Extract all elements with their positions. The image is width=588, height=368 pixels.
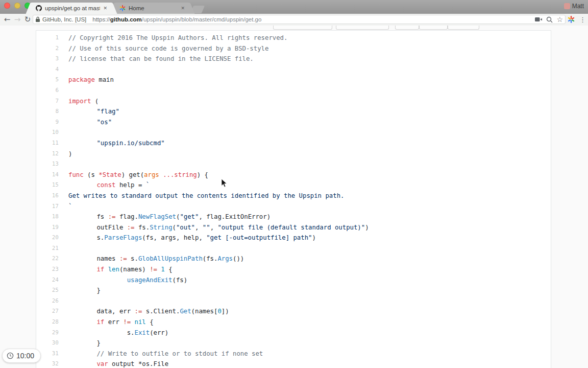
code-line: 16Get writes to standard output the cont… — [36, 191, 551, 201]
line-number[interactable]: 17 — [36, 201, 59, 212]
tab-upspin-get-go[interactable]: upspin/get.go at master · upsp ✕ — [32, 3, 111, 14]
tab-close-icon[interactable]: ✕ — [103, 6, 107, 11]
line-number[interactable]: 5 — [36, 75, 59, 85]
code-text: } — [68, 339, 101, 347]
code-line: 3// license that can be found in the LIC… — [36, 54, 551, 64]
address-bar[interactable]: GitHub, Inc. [US] https://github.com/ups… — [33, 15, 566, 24]
url-scheme: https:// — [92, 16, 110, 22]
code-line: 6 — [36, 85, 551, 96]
profile-badge[interactable]: Matt — [564, 3, 584, 10]
line-number[interactable]: 3 — [36, 54, 59, 64]
code-text: data, err := s.Client.Get(names[0]) — [68, 308, 229, 315]
toolbar-button-remnant[interactable] — [395, 26, 419, 30]
recording-timer-badge: 10:00 — [2, 349, 41, 363]
code-line: 11 "upspin.io/subcmd" — [36, 138, 551, 149]
code-line: 24 usageAndExit(fs) — [36, 275, 551, 286]
zoom-icon[interactable] — [546, 16, 553, 23]
code-text: fs := flag.NewFlagSet("get", flag.ExitOn… — [68, 213, 271, 220]
code-line: 5package main — [36, 75, 551, 85]
line-number[interactable]: 19 — [36, 222, 59, 233]
code-text: s.Exit(err) — [68, 329, 168, 336]
line-number[interactable]: 14 — [36, 170, 59, 180]
tab-title: Home — [129, 5, 178, 11]
code-line: 18 fs := flag.NewFlagSet("get", flag.Exi… — [36, 212, 551, 222]
extension-pinwheel-icon[interactable] — [568, 16, 575, 23]
code-line: 10 — [36, 127, 551, 138]
code-text: } — [68, 287, 101, 294]
url-domain: github.com — [110, 16, 142, 22]
browser-menu-icon[interactable]: ⋮ — [579, 16, 586, 24]
line-number[interactable]: 25 — [36, 285, 59, 296]
line-number[interactable]: 15 — [36, 180, 59, 191]
line-number[interactable]: 2 — [36, 43, 59, 54]
line-number[interactable]: 8 — [36, 106, 59, 117]
code-text: if len(names) != 1 { — [68, 266, 173, 273]
code-text: if err != nil { — [68, 318, 154, 326]
toolbar-button-remnant[interactable] — [419, 26, 448, 30]
url-text: https://github.com/upspin/upspin/blob/ma… — [92, 16, 531, 22]
tab-close-icon[interactable]: ✕ — [181, 6, 185, 11]
forward-button[interactable]: → — [12, 14, 22, 25]
code-text: usageAndExit(fs) — [68, 277, 187, 284]
line-number[interactable]: 26 — [36, 296, 59, 307]
code-line: 7import ( — [36, 96, 551, 107]
code-text: "flag" — [68, 108, 119, 115]
line-number[interactable]: 21 — [36, 243, 59, 254]
code-text: package main — [68, 76, 114, 83]
ev-certificate-badge[interactable]: GitHub, Inc. [US] — [42, 16, 86, 22]
line-number[interactable]: 23 — [36, 264, 59, 275]
line-number[interactable]: 9 — [36, 117, 59, 128]
toolbar-button-remnant[interactable] — [336, 26, 389, 30]
code-text: // Write to outfile or to stdout if none… — [68, 350, 263, 357]
line-number[interactable]: 18 — [36, 212, 59, 222]
code-line: 22 names := s.GlobAllUpspinPath(fs.Args(… — [36, 254, 551, 264]
code-line: 30 } — [36, 338, 551, 349]
reload-button[interactable]: ↻ — [22, 14, 33, 25]
line-number[interactable]: 10 — [36, 127, 59, 138]
profile-name: Matt — [572, 3, 584, 10]
line-number[interactable]: 16 — [36, 191, 59, 201]
code-text: // license that can be found in the LICE… — [68, 55, 254, 62]
mouse-cursor — [221, 178, 227, 188]
code-line: 15 const help = ` — [36, 180, 551, 191]
code-line: 8 "flag" — [36, 106, 551, 117]
code-text: // Copyright 2016 The Upspin Authors. Al… — [68, 34, 287, 41]
window-controls — [4, 3, 31, 9]
line-number[interactable]: 30 — [36, 338, 59, 349]
code-text: Get writes to standard output the conten… — [68, 192, 344, 199]
code-line: 31 // Write to outfile or to stdout if n… — [36, 349, 551, 359]
code-text: "os" — [68, 119, 112, 126]
tab-home[interactable]: Home ✕ — [115, 3, 189, 14]
line-number[interactable]: 22 — [36, 254, 59, 264]
line-number[interactable]: 7 — [36, 96, 59, 107]
line-number[interactable]: 1 — [36, 33, 59, 43]
line-number[interactable]: 6 — [36, 85, 59, 96]
line-number[interactable]: 24 — [36, 275, 59, 286]
back-button[interactable]: ← — [2, 14, 12, 25]
line-number[interactable]: 11 — [36, 138, 59, 149]
toolbar-button-remnant[interactable] — [273, 26, 332, 30]
timer-value: 10:00 — [16, 352, 34, 360]
tab-title: upspin/get.go at master · upsp — [45, 5, 100, 11]
toolbar-button-remnant[interactable] — [448, 26, 479, 30]
line-number[interactable]: 4 — [36, 64, 59, 75]
minimize-window-button[interactable] — [14, 3, 20, 9]
url-path: /upspin/upspin/blob/master/cmd/upspin/ge… — [142, 16, 262, 22]
close-window-button[interactable] — [4, 3, 10, 9]
code-line: 12) — [36, 149, 551, 159]
tab-capture-camera-icon[interactable] — [535, 17, 543, 22]
line-number[interactable]: 32 — [36, 359, 59, 368]
line-number[interactable]: 13 — [36, 159, 59, 170]
code-text: func (s *State) get(args ...string) { — [68, 171, 208, 178]
code-line: 25 } — [36, 285, 551, 296]
code-text: "upspin.io/subcmd" — [68, 140, 165, 147]
code-line: 4 — [36, 64, 551, 75]
line-number[interactable]: 29 — [36, 328, 59, 338]
bookmark-star-icon[interactable]: ☆ — [556, 15, 563, 24]
line-number[interactable]: 28 — [36, 317, 59, 328]
line-number[interactable]: 12 — [36, 149, 59, 159]
line-number[interactable]: 27 — [36, 306, 59, 317]
line-number[interactable]: 20 — [36, 233, 59, 243]
code-text: const help = ` — [68, 181, 150, 189]
lock-icon — [35, 16, 40, 22]
